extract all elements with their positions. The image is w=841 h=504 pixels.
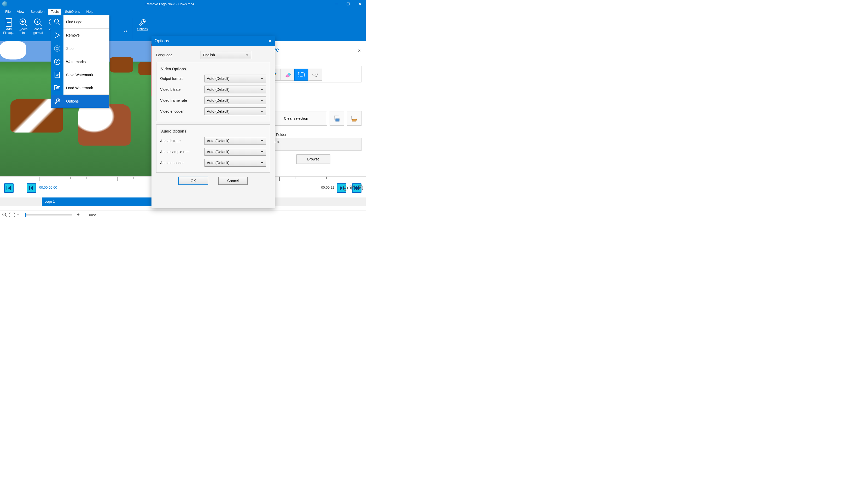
svg-rect-21 — [56, 48, 58, 50]
dropdown-item-label: Stop — [66, 47, 74, 51]
menu-file[interactable]: File — [3, 8, 13, 15]
dropdown-remove[interactable]: Remove — [51, 29, 109, 42]
svg-marker-33 — [8, 186, 11, 190]
skip-start-button[interactable] — [4, 183, 14, 193]
play-icon — [51, 29, 64, 42]
prev-frame-button[interactable] — [27, 183, 36, 193]
output-format-select[interactable]: Auto (Default) — [205, 75, 266, 83]
load-selection-button[interactable] — [347, 111, 361, 126]
menu-help[interactable]: Help — [84, 8, 96, 15]
dialog-close-button[interactable]: ✕ — [269, 39, 272, 43]
twitter-icon[interactable] — [349, 185, 355, 191]
dropdown-options[interactable]: Options — [51, 95, 109, 108]
timeline-time-left: 00:00:00 00 — [39, 185, 57, 190]
audio-samplerate-label: Audio sample rate — [160, 150, 205, 154]
zoom-in-button[interactable]: + — [77, 212, 80, 218]
destination-folder-label: nation Folder — [265, 132, 361, 137]
fit-screen-icon[interactable] — [10, 213, 15, 217]
audio-bitrate-select[interactable]: Auto (Default) — [205, 137, 266, 145]
audio-options-group: Audio Options Audio bitrateAuto (Default… — [156, 124, 270, 173]
dialog-titlebar[interactable]: Options ✕ — [152, 36, 275, 46]
svg-text:1: 1 — [36, 20, 38, 24]
timeline-time-right: 00:00:22 — [321, 185, 334, 190]
output-format-label: Output format — [160, 76, 205, 80]
search-icon — [51, 15, 64, 29]
svg-marker-36 — [340, 186, 343, 190]
panel-section-label: s — [265, 59, 361, 63]
dropdown-load-watermark[interactable]: W Load Watermark — [51, 82, 109, 94]
svg-point-22 — [54, 59, 60, 65]
svg-line-12 — [39, 24, 41, 26]
tool-options[interactable]: Options — [135, 15, 150, 31]
svg-marker-19 — [55, 33, 59, 38]
maximize-button[interactable] — [342, 0, 354, 8]
dropdown-find-logo[interactable]: Find Logo — [51, 15, 109, 29]
menu-softorbits[interactable]: SoftOrbits — [63, 8, 83, 15]
audio-bitrate-label: Audio bitrate — [160, 139, 205, 143]
tool-zoom-normal[interactable]: 1 Zoomnormal — [31, 15, 46, 35]
dropdown-item-label: Options — [66, 99, 79, 103]
browse-button[interactable]: Browse — [296, 155, 330, 164]
svg-point-17 — [54, 19, 58, 23]
panel-close-button[interactable]: ✕ — [358, 49, 361, 53]
options-dialog: Options ✕ Language English Video Options… — [152, 36, 275, 208]
language-select[interactable]: English — [201, 51, 251, 59]
menu-tools[interactable]: Tools — [48, 8, 61, 15]
wrench-icon — [135, 17, 150, 28]
svg-marker-35 — [30, 186, 33, 190]
svg-text:1: 1 — [3, 213, 5, 216]
zoom-normal-icon: 1 — [31, 17, 46, 28]
close-button[interactable] — [354, 0, 366, 8]
menu-view[interactable]: View — [14, 8, 27, 15]
svg-text:W: W — [56, 87, 59, 90]
dropdown-watermarks[interactable]: Watermarks — [51, 55, 109, 68]
video-bitrate-select[interactable]: Auto (Default) — [205, 86, 266, 93]
svg-marker-43 — [359, 187, 361, 189]
save-selection-button[interactable] — [330, 111, 344, 126]
video-framerate-select[interactable]: Auto (Default) — [205, 96, 266, 104]
youtube-icon[interactable] — [357, 185, 363, 191]
zoom-slider-thumb[interactable] — [25, 213, 27, 217]
app-icon — [2, 1, 7, 6]
cancel-button[interactable]: Cancel — [218, 177, 247, 185]
tool-hidden-label[interactable]: ks — [120, 15, 131, 33]
video-encoder-label: Video encoder — [160, 109, 205, 113]
video-content — [0, 41, 26, 59]
dropdown-stop: Stop — [51, 42, 109, 55]
dropdown-item-label: Remove — [66, 33, 80, 37]
load-document-icon: W — [51, 82, 64, 94]
dropdown-item-label: Save Watermark — [66, 73, 93, 77]
tool-rectangle[interactable] — [294, 69, 308, 80]
zoom-in-icon — [16, 17, 31, 28]
tools-dropdown: Find Logo Remove Stop Watermarks W Save … — [51, 15, 109, 108]
menu-selection[interactable]: Selection — [28, 8, 47, 15]
audio-encoder-select[interactable]: Auto (Default) — [205, 159, 266, 167]
svg-rect-34 — [29, 186, 30, 190]
toolbar-separator — [133, 18, 133, 39]
ok-button[interactable]: OK — [179, 177, 208, 185]
facebook-icon[interactable] — [343, 185, 348, 191]
svg-rect-30 — [336, 119, 339, 121]
plus-document-icon — [2, 17, 16, 28]
titlebar: Remove Logo Now! - Cows.mp4 — [0, 0, 366, 8]
dropdown-item-label: Find Logo — [66, 20, 82, 24]
video-content — [78, 104, 131, 146]
tool-zoom-in[interactable]: Zoomin — [16, 15, 31, 35]
dropdown-save-watermark[interactable]: W Save Watermark — [51, 68, 109, 82]
svg-line-8 — [25, 24, 27, 26]
zoom-out-button[interactable]: − — [17, 212, 20, 218]
zoom-tool-icon[interactable]: 1 — [2, 212, 7, 218]
svg-point-20 — [54, 46, 60, 51]
tool-eraser[interactable] — [280, 69, 295, 80]
zoom-slider[interactable] — [25, 214, 72, 215]
menubar: File View Selection Tools SoftOrbits Hel… — [0, 8, 366, 15]
minimize-button[interactable] — [330, 0, 342, 8]
audio-samplerate-select[interactable]: Auto (Default) — [205, 148, 266, 156]
dialog-title: Options — [155, 39, 169, 43]
video-framerate-label: Video frame rate — [160, 98, 205, 103]
video-encoder-select[interactable]: Auto (Default) — [205, 107, 266, 115]
tool-add-files[interactable]: Add File(s)... — [2, 15, 16, 35]
video-bitrate-label: Video bitrate — [160, 87, 205, 92]
tool-freeform[interactable] — [308, 69, 322, 80]
copyright-icon — [51, 55, 64, 68]
